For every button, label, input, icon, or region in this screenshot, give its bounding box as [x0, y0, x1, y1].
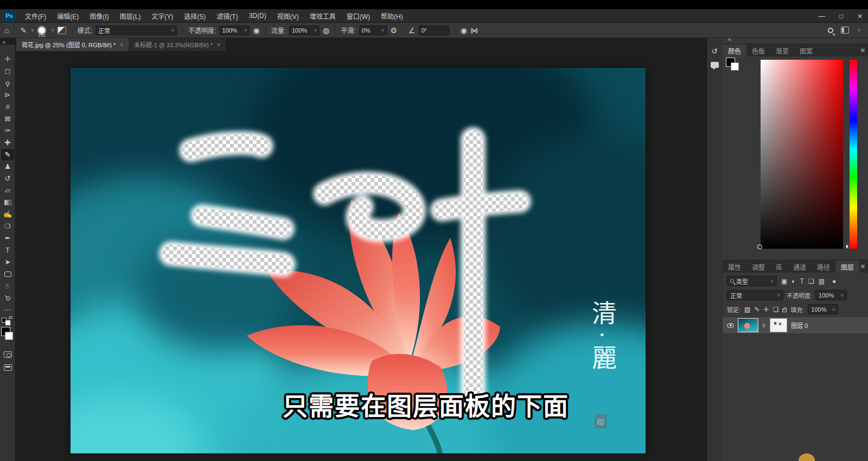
document-tab-inactive[interactable]: 未标题-1 @ 33.3%(RGB/8#) * × — [129, 38, 226, 51]
tab-color[interactable]: 颜色 — [723, 45, 746, 56]
menu-layer[interactable]: 图层(L) — [114, 11, 146, 21]
brush-settings-panel-toggle[interactable] — [58, 27, 66, 34]
dodge-tool[interactable]: ❍ — [1, 220, 14, 232]
menu-help[interactable]: 帮助(H) — [375, 11, 409, 21]
eyedropper-tool[interactable]: ✑ — [1, 125, 14, 136]
filter-shape-layers-icon[interactable]: ❏ — [808, 277, 814, 285]
close-tab-icon[interactable]: × — [120, 42, 123, 48]
menu-plugins[interactable]: 增效工具 — [304, 11, 341, 21]
crop-tool[interactable]: # — [1, 101, 14, 112]
color-panel-swatches[interactable] — [726, 58, 742, 74]
lasso-tool[interactable]: ϙ — [1, 77, 14, 89]
filter-adjustment-layers-icon[interactable]: ◐ — [792, 277, 795, 285]
background-color-swatch[interactable] — [731, 62, 739, 71]
tab-channels[interactable]: 通道 — [788, 261, 812, 273]
foreground-background-swatches[interactable] — [1, 327, 14, 343]
marquee-tool[interactable]: ◻ — [1, 65, 14, 77]
filter-pixel-layers-icon[interactable]: ▣ — [781, 277, 787, 285]
layer-row[interactable]: ∞ 图层 0 — [723, 317, 868, 333]
layer-opacity-select[interactable]: 100% ˅ — [815, 290, 847, 300]
filter-smart-objects-icon[interactable]: ▧ — [819, 277, 825, 285]
layer-fill-select[interactable]: 100% ˅ — [808, 304, 838, 314]
menu-edit[interactable]: 编辑(E) — [52, 11, 84, 21]
eraser-tool[interactable]: ▱ — [1, 185, 14, 196]
tab-adjustments[interactable]: 调整 — [746, 261, 770, 273]
layer-blend-mode-select[interactable]: 正常 ˅ — [727, 290, 783, 300]
paint-symmetry-icon[interactable]: ⋈ — [470, 27, 478, 34]
minimize-button[interactable]: — — [819, 12, 825, 20]
layer-name[interactable]: 图层 0 — [791, 321, 808, 330]
spot-healing-tool[interactable]: ✚ — [1, 137, 14, 148]
history-panel-icon[interactable]: ↺ — [711, 47, 718, 55]
menu-select[interactable]: 选择(S) — [178, 11, 211, 21]
default-swap-colors[interactable]: ⇄ — [2, 316, 12, 325]
comments-panel-icon[interactable] — [711, 62, 719, 68]
pressure-opacity-icon[interactable]: ◉ — [253, 27, 259, 34]
menu-filter[interactable]: 滤镜(T) — [211, 11, 243, 21]
document-tab-active[interactable]: 荷花.jpg @ 25% (图层 0, RGB/8#) * × — [16, 38, 129, 51]
screen-mode-button[interactable] — [1, 362, 14, 373]
restore-button[interactable]: □ — [839, 12, 843, 20]
brush-tool[interactable]: ✎ — [1, 149, 14, 160]
home-icon[interactable]: ⌂ — [4, 27, 9, 34]
filter-toggle-pin-icon[interactable]: ● — [832, 277, 836, 285]
chevron-down-icon[interactable]: ˅ — [858, 28, 860, 33]
chevron-down-icon[interactable]: ˅ — [31, 28, 34, 33]
path-selection-tool[interactable]: ➤ — [1, 256, 14, 268]
edit-toolbar-button[interactable]: ⋯ — [1, 304, 14, 315]
background-color-swatch[interactable] — [5, 332, 13, 340]
move-tool[interactable]: ✛ — [1, 53, 14, 65]
panel-menu-icon[interactable]: ≡ — [860, 46, 865, 54]
workspace-switcher-icon[interactable] — [841, 27, 849, 34]
close-tab-icon[interactable]: × — [217, 42, 220, 48]
chevron-down-icon[interactable]: ˅ — [51, 28, 54, 33]
smoothing-select[interactable]: 0% ˅ — [359, 26, 387, 35]
zoom-tool[interactable]: ⚲ — [1, 292, 14, 304]
lock-artboard-icon[interactable]: ❏ — [773, 306, 779, 313]
saturation-brightness-picker[interactable] — [761, 60, 843, 249]
filter-type-layers-icon[interactable]: T — [800, 277, 804, 285]
menu-type[interactable]: 文字(Y) — [146, 11, 178, 21]
search-icon[interactable] — [828, 28, 833, 33]
brush-angle-input[interactable]: 0° — [419, 26, 449, 35]
tab-gradients[interactable]: 渐变 — [770, 45, 794, 56]
type-tool[interactable]: T — [1, 244, 14, 256]
lock-all-icon[interactable] — [782, 309, 787, 312]
frame-tool[interactable]: ⊠ — [1, 113, 14, 124]
document-canvas[interactable]: 清·麗 印 只需要在图层面板的下面 — [71, 68, 646, 453]
tab-swatches[interactable]: 色板 — [746, 45, 770, 56]
layer-filter-select[interactable]: 类型 ˅ — [727, 276, 777, 286]
object-selection-tool[interactable]: ⊳ — [1, 89, 14, 100]
panel-menu-icon[interactable]: ≡ — [860, 262, 865, 270]
collapse-panels-icon[interactable]: « — [728, 36, 731, 42]
menu-3d[interactable]: 3D(D) — [244, 12, 272, 20]
shape-tool[interactable] — [1, 268, 14, 280]
quick-mask-button[interactable] — [1, 349, 14, 360]
history-brush-tool[interactable]: ↺ — [1, 173, 14, 184]
tab-layers[interactable]: 图层 — [835, 261, 859, 273]
lock-paint-icon[interactable]: ✎ — [754, 306, 760, 313]
smudge-tool[interactable]: ✍ — [1, 209, 14, 220]
menu-window[interactable]: 窗口(W) — [341, 11, 375, 21]
airbrush-icon[interactable]: ◍ — [323, 27, 329, 34]
pen-tool[interactable]: ✒ — [1, 232, 14, 244]
opacity-select[interactable]: 100% ˅ — [219, 26, 250, 35]
color-pick-marker[interactable] — [757, 244, 762, 249]
hue-slider[interactable] — [850, 60, 857, 249]
pressure-size-icon[interactable]: ◉ — [461, 27, 467, 34]
hand-tool[interactable]: ☞ — [1, 280, 14, 292]
menu-file[interactable]: 文件(F) — [20, 11, 52, 21]
lock-transparency-icon[interactable]: ▨ — [744, 306, 750, 313]
layer-mask-thumbnail[interactable] — [770, 318, 787, 332]
hue-slider-marker[interactable] — [846, 244, 851, 249]
layer-visibility-eye-icon[interactable] — [727, 323, 734, 328]
close-button[interactable]: ✕ — [857, 12, 863, 20]
tab-paths[interactable]: 路径 — [812, 261, 835, 273]
tab-patterns[interactable]: 图案 — [794, 45, 818, 56]
brush-preset-picker[interactable]: 151 — [37, 26, 47, 35]
gradient-tool[interactable] — [1, 197, 14, 208]
menu-image[interactable]: 图像(I) — [84, 11, 114, 21]
clone-stamp-tool[interactable]: ♟ — [1, 161, 14, 172]
menu-view[interactable]: 视图(V) — [272, 11, 304, 21]
blend-mode-select[interactable]: 正常 ˅ — [95, 26, 177, 35]
